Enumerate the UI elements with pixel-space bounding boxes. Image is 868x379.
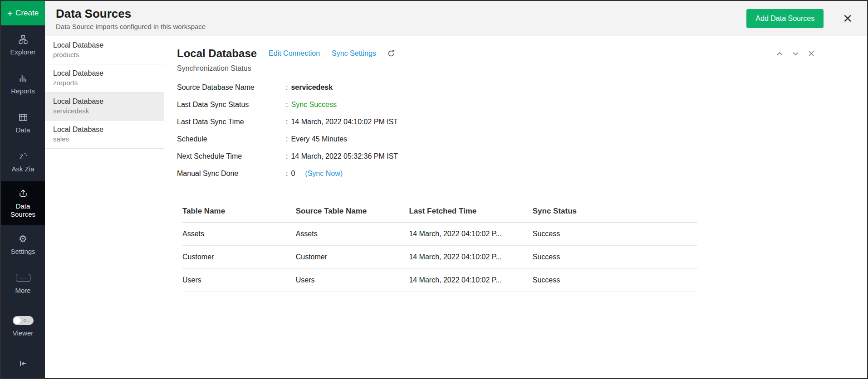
source-title: Local Database (53, 41, 156, 49)
page-title: Data Sources (56, 7, 206, 21)
table-cell: Customer (182, 246, 296, 269)
field-manual-sync-done: Manual Sync Done :0 (Sync Now) (177, 170, 867, 187)
table-header-row: Table Name Source Table Name Last Fetche… (182, 201, 697, 223)
column-header: Table Name (182, 201, 296, 223)
table-cell: Users (182, 269, 296, 292)
table-cell: Success (533, 223, 697, 246)
source-subtitle: servicedesk (53, 107, 156, 115)
page-header-titles: Data Sources Data Source imports configu… (56, 7, 206, 30)
app-window: + Create Explorer Reports (0, 0, 868, 379)
reports-icon (18, 73, 28, 84)
data-sources-icon (18, 188, 28, 199)
table-cell: Assets (296, 223, 409, 246)
table-cell: Customer (296, 246, 409, 269)
table-cell: Success (533, 269, 697, 292)
field-value: 0 (291, 170, 295, 178)
viewer-toggle[interactable]: o.. (13, 315, 34, 326)
add-data-sources-button[interactable]: Add Data Sources (746, 9, 824, 28)
create-button[interactable]: + Create (1, 1, 45, 25)
sync-status-fields: Source Database Name :servicedesk Last D… (177, 83, 867, 187)
ask-zia-icon: Z (18, 151, 28, 162)
source-subtitle: zreports (53, 79, 156, 87)
data-source-list: Local Database products Local Database z… (45, 36, 164, 378)
field-schedule: Schedule :Every 45 Minutes (177, 135, 867, 152)
source-title: Local Database (53, 126, 156, 134)
page-header: Data Sources Data Source imports configu… (45, 1, 867, 36)
toggle-dots: o.. (23, 317, 30, 323)
main-column: Data Sources Data Source imports configu… (45, 1, 867, 378)
more-icon: ··· (16, 272, 30, 283)
sidebar-item-explorer[interactable]: Explorer (1, 25, 45, 64)
sync-status-value: Sync Success (291, 101, 336, 109)
sidebar-item-label: Data Sources (5, 202, 41, 218)
chevron-up-icon[interactable] (776, 50, 784, 58)
detail-header-icons (776, 50, 815, 58)
source-title: Local Database (53, 69, 156, 78)
page-subtitle: Data Source imports configured in this w… (56, 23, 206, 30)
field-last-sync-status: Last Data Sync Status :Sync Success (177, 101, 867, 118)
detail-title: Local Database (177, 47, 257, 60)
table-row: Users Users 14 March, 2022 04:10:02 P...… (182, 269, 697, 292)
sync-settings-link[interactable]: Sync Settings (332, 49, 376, 58)
list-item-sales[interactable]: Local Database sales (45, 121, 164, 149)
refresh-icon[interactable] (387, 49, 395, 58)
detail-pane: Local Database Edit Connection Sync Sett… (164, 36, 867, 378)
table-row: Customer Customer 14 March, 2022 04:10:0… (182, 246, 697, 269)
table-cell: 14 March, 2022 04:10:02 P... (409, 246, 532, 269)
sidebar-item-label: Settings (10, 248, 35, 255)
settings-gear-icon: ⚙ (19, 233, 27, 244)
chevron-down-icon[interactable] (792, 50, 799, 58)
svg-text:Z: Z (19, 153, 23, 160)
detail-close-icon[interactable] (808, 50, 815, 57)
sidebar-item-reports[interactable]: Reports (1, 64, 45, 103)
primary-sidebar: + Create Explorer Reports (1, 1, 45, 378)
sidebar-item-settings[interactable]: ⚙ Settings (1, 225, 45, 264)
viewer-label: Viewer (13, 329, 34, 337)
sidebar-item-label: Explorer (10, 48, 36, 56)
sidebar-item-label: Ask Zia (11, 165, 34, 173)
plus-icon: + (7, 9, 13, 18)
detail-header: Local Database Edit Connection Sync Sett… (177, 47, 867, 60)
table-cell: Users (296, 269, 409, 292)
sidebar-item-data[interactable]: Data (1, 103, 45, 142)
list-item-products[interactable]: Local Database products (45, 36, 164, 64)
table-cell: 14 March, 2022 04:10:02 P... (409, 269, 532, 292)
explorer-icon (18, 34, 28, 45)
sync-now-link[interactable]: (Sync Now) (305, 170, 343, 178)
collapse-sidebar-icon (19, 359, 28, 370)
field-value: servicedesk (291, 83, 333, 92)
table-row: Assets Assets 14 March, 2022 04:10:02 P.… (182, 223, 697, 246)
field-last-sync-time: Last Data Sync Time :14 March, 2022 04:1… (177, 118, 867, 135)
sidebar-item-label: Reports (11, 87, 35, 95)
sidebar-item-ask-zia[interactable]: Z Ask Zia (1, 142, 45, 181)
field-value: 14 March, 2022 04:10:02 PM IST (291, 118, 398, 126)
close-icon[interactable]: ✕ (843, 13, 853, 24)
column-header: Last Fetched Time (409, 201, 532, 223)
sync-tables-table: Table Name Source Table Name Last Fetche… (182, 201, 697, 292)
table-cell: Assets (182, 223, 296, 246)
sidebar-item-label: Data (16, 126, 30, 134)
sidebar-item-label: More (15, 287, 30, 294)
edit-connection-link[interactable]: Edit Connection (269, 49, 320, 58)
section-label: Synchronization Status (177, 64, 867, 73)
list-item-zreports[interactable]: Local Database zreports (45, 64, 164, 92)
table-cell: Success (533, 246, 697, 269)
sidebar-item-more[interactable]: ··· More (1, 264, 45, 303)
column-header: Source Table Name (296, 201, 409, 223)
table-cell: 14 March, 2022 04:10:02 P... (409, 223, 532, 246)
field-value: Every 45 Minutes (291, 135, 347, 143)
content-area: Local Database products Local Database z… (45, 36, 867, 378)
header-actions: Add Data Sources ✕ (746, 9, 867, 28)
field-value: 14 March, 2022 05:32:36 PM IST (291, 152, 398, 160)
create-button-label: Create (15, 9, 39, 18)
source-subtitle: sales (53, 135, 156, 143)
list-item-servicedesk[interactable]: Local Database servicedesk (45, 92, 164, 121)
toggle-knob (14, 317, 21, 324)
viewer-toggle-item[interactable]: o.. Viewer (1, 308, 45, 344)
collapse-sidebar-button[interactable] (1, 355, 45, 374)
sidebar-item-data-sources[interactable]: Data Sources (1, 181, 45, 225)
field-source-database-name: Source Database Name :servicedesk (177, 83, 867, 101)
source-title: Local Database (53, 97, 156, 106)
field-next-schedule-time: Next Schedule Time :14 March, 2022 05:32… (177, 152, 867, 170)
data-icon (18, 112, 28, 123)
